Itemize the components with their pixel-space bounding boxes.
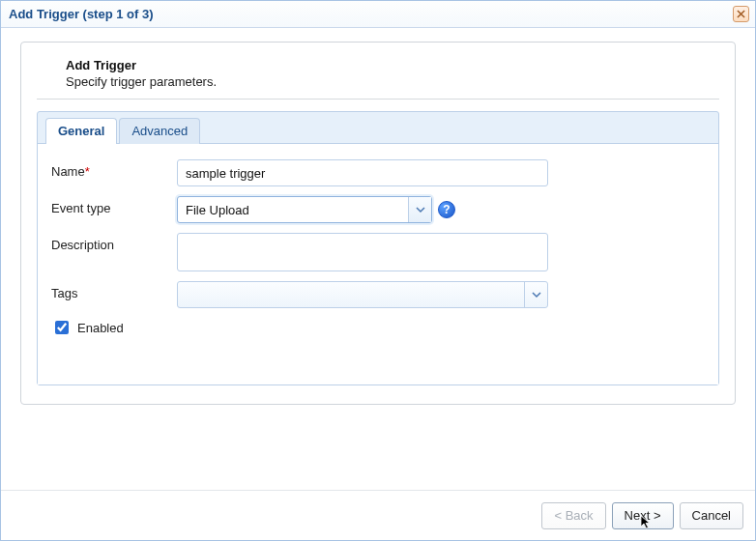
tabstrip: General Advanced	[38, 112, 718, 143]
close-icon	[737, 10, 745, 18]
close-button[interactable]	[733, 6, 749, 22]
divider	[37, 99, 719, 100]
back-button: < Back	[541, 502, 605, 529]
row-enabled: Enabled	[51, 318, 705, 337]
label-enabled[interactable]: Enabled	[77, 321, 124, 335]
row-event-type: Event type ?	[51, 196, 705, 223]
enabled-checkbox[interactable]	[55, 321, 69, 334]
panel-subtitle: Specify trigger parameters.	[66, 74, 719, 89]
event-type-dropdown-trigger[interactable]	[408, 197, 431, 222]
event-type-input[interactable]	[178, 197, 408, 222]
label-name: Name*	[51, 159, 177, 179]
event-type-combo[interactable]	[177, 196, 432, 223]
next-button[interactable]: Next >	[612, 502, 674, 529]
tags-combo[interactable]	[177, 281, 548, 308]
cancel-button[interactable]: Cancel	[680, 502, 743, 529]
wizard-panel: Add Trigger Specify trigger parameters. …	[20, 42, 736, 405]
add-trigger-dialog: Add Trigger (step 1 of 3) Add Trigger Sp…	[0, 0, 756, 541]
chevron-down-icon	[532, 290, 541, 299]
description-input[interactable]	[177, 233, 548, 271]
next-button-label: Next >	[625, 508, 661, 523]
required-indicator: *	[85, 164, 90, 179]
event-type-help-icon[interactable]: ?	[438, 201, 455, 218]
panel-title: Add Trigger	[66, 58, 719, 72]
label-tags: Tags	[51, 281, 177, 300]
name-input[interactable]	[177, 159, 548, 186]
tags-dropdown-trigger[interactable]	[524, 282, 547, 307]
dialog-body: Add Trigger Specify trigger parameters. …	[1, 28, 755, 490]
label-description: Description	[51, 233, 177, 252]
panel-heading: Add Trigger Specify trigger parameters.	[37, 52, 719, 97]
tab-advanced[interactable]: Advanced	[119, 118, 200, 144]
dialog-header: Add Trigger (step 1 of 3)	[1, 1, 755, 28]
chevron-down-icon	[416, 205, 425, 214]
tags-input[interactable]	[178, 282, 524, 307]
dialog-footer: < Back Next > Cancel	[1, 490, 755, 540]
tab-general[interactable]: General	[45, 118, 117, 144]
row-name: Name*	[51, 159, 705, 186]
label-event-type: Event type	[51, 196, 177, 215]
tabs-container: General Advanced Name* Event type	[37, 111, 719, 385]
row-tags: Tags	[51, 281, 705, 308]
tab-content-general: Name* Event type	[38, 143, 718, 384]
row-description: Description	[51, 233, 705, 271]
dialog-title: Add Trigger (step 1 of 3)	[9, 7, 154, 21]
